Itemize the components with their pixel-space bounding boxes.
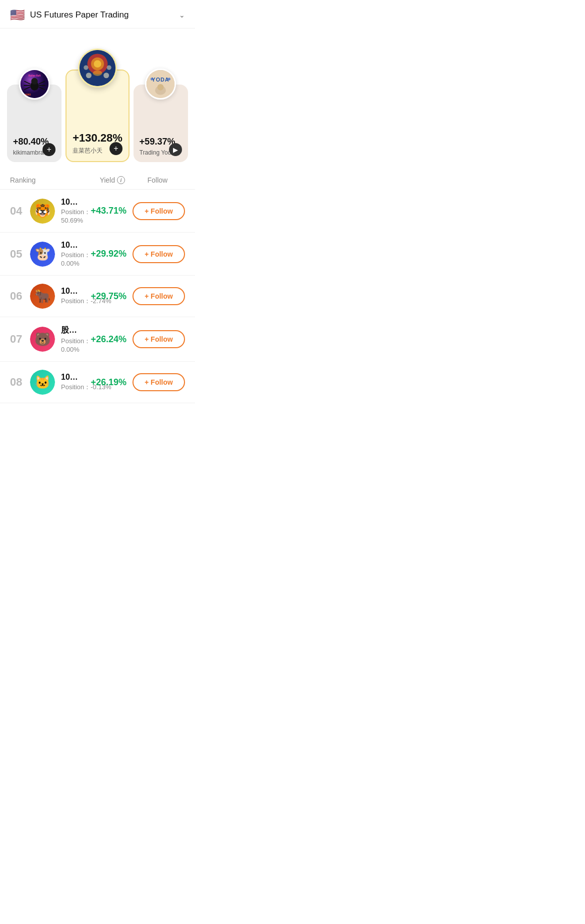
ranking-list: 04 🐯 104334632 Position：50.69% +43.71% +… (0, 190, 195, 403)
row-position: Position：-2.74% (61, 297, 82, 306)
row-info: 102714155 Position：0.00% (61, 241, 82, 267)
svg-point-17 (104, 73, 109, 78)
svg-point-25 (158, 84, 164, 91)
row-avatar: 🐮 (30, 242, 55, 267)
row-yield: +26.24% (82, 334, 126, 345)
rank-number: 07 (10, 333, 30, 346)
podium-rank3: YODA +59.37% Trading Yoda ▶ (134, 69, 188, 162)
svg-point-19 (106, 65, 111, 70)
rank-number: 06 (10, 290, 30, 303)
avatar-rank3: YODA (145, 69, 176, 100)
row-avatar: 🐱 (30, 370, 55, 395)
avatar-rank2: KIKI Rafiae Rafi (19, 69, 50, 100)
header: 🇺🇸 US Futures Paper Trading ⌄ (0, 0, 195, 29)
row-yield: +29.92% (82, 249, 126, 259)
svg-point-15 (93, 71, 102, 76)
svg-point-14 (94, 60, 102, 68)
row-name: 股市宝宝 (61, 325, 82, 336)
row-yield: +43.71% (82, 206, 126, 216)
action-rank3[interactable]: ▶ (169, 143, 182, 156)
rank-number: 04 (10, 205, 30, 218)
yield-info-icon[interactable]: i (117, 176, 125, 184)
row-name: 101645365 (61, 373, 82, 382)
follow-button[interactable]: + Follow (132, 202, 185, 220)
action-rank2[interactable]: + (42, 143, 56, 156)
svg-point-23 (168, 78, 170, 80)
ranking-row: 05 🐮 102714155 Position：0.00% +29.92% + … (0, 233, 195, 276)
svg-text:YODA: YODA (152, 77, 170, 83)
svg-text:Rafiae Rafi: Rafiae Rafi (28, 75, 40, 77)
page-title: US Futures Paper Trading (30, 10, 128, 20)
svg-point-22 (151, 78, 154, 80)
ranking-row: 04 🐯 104334632 Position：50.69% +43.71% +… (0, 190, 195, 233)
svg-text:KIKI: KIKI (25, 93, 31, 96)
rank-number: 08 (10, 376, 30, 389)
podium-rank1: +130.28% 韭菜芭小天 + (66, 49, 130, 162)
row-position: Position：0.00% (61, 251, 82, 267)
ranking-list-header: Ranking Yield i Follow (0, 169, 195, 190)
avatar-rank1 (78, 49, 117, 88)
row-avatar: 🐂 (30, 284, 55, 309)
row-position: Position：0.00% (61, 337, 82, 353)
row-position: Position：50.69% (61, 208, 82, 224)
ranking-row: 07 🐻 股市宝宝 Position：0.00% +26.24% + Follo… (0, 317, 195, 362)
row-info: 股市宝宝 Position：0.00% (61, 325, 82, 353)
row-info: 104334632 Position：50.69% (61, 198, 82, 224)
follow-button[interactable]: + Follow (132, 330, 185, 348)
svg-point-2 (31, 78, 38, 85)
header-ranking-label: Ranking (10, 176, 55, 184)
row-name: 102714155 (61, 241, 82, 250)
follow-button[interactable]: + Follow (132, 287, 185, 305)
follow-button[interactable]: + Follow (132, 373, 185, 391)
row-name: 101874201 (61, 287, 82, 296)
header-left: 🇺🇸 US Futures Paper Trading (10, 8, 128, 22)
row-info: 101645365 Position：-0.13% (61, 373, 82, 392)
svg-point-18 (84, 65, 88, 70)
podium-rank2: KIKI Rafiae Rafi +80.40% kikimambra + (7, 69, 62, 162)
row-yield: +26.19% (82, 377, 126, 388)
row-yield: +29.75% (82, 291, 126, 302)
row-avatar: 🐯 (30, 199, 55, 224)
flag-icon: 🇺🇸 (10, 8, 25, 22)
row-position: Position：-0.13% (61, 383, 82, 392)
follow-button[interactable]: + Follow (132, 245, 185, 263)
row-info: 101874201 Position：-2.74% (61, 287, 82, 306)
ranking-row: 06 🐂 101874201 Position：-2.74% +29.75% +… (0, 276, 195, 317)
row-name: 104334632 (61, 198, 82, 207)
header-yield-label: Yield i (55, 176, 125, 184)
row-avatar: 🐻 (30, 327, 55, 352)
action-rank1[interactable]: + (110, 142, 122, 155)
header-follow-label: Follow (130, 176, 185, 184)
chevron-down-icon[interactable]: ⌄ (179, 11, 185, 19)
svg-point-16 (86, 73, 92, 78)
podium-section: KIKI Rafiae Rafi +80.40% kikimambra + (0, 29, 195, 169)
rank-number: 05 (10, 248, 30, 261)
ranking-row: 08 🐱 101645365 Position：-0.13% +26.19% +… (0, 362, 195, 403)
